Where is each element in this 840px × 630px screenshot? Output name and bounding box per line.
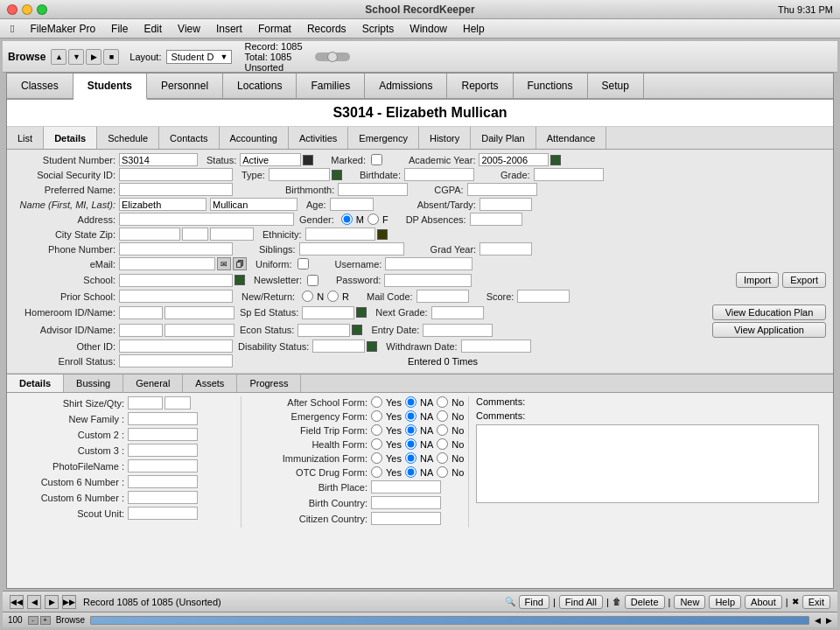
toolbar-icon-2[interactable]: ▼ xyxy=(68,49,84,65)
nav-last-button[interactable]: ▶▶ xyxy=(62,595,76,609)
dp-absences-input[interactable] xyxy=(470,213,522,226)
new-radio[interactable] xyxy=(302,290,313,302)
cgpa-input[interactable] xyxy=(467,183,537,196)
view-ed-plan-button[interactable]: View Education Plan xyxy=(712,304,826,320)
email-input[interactable] xyxy=(119,257,215,270)
exit-button[interactable]: Exit xyxy=(802,595,830,609)
gender-female-radio[interactable] xyxy=(368,214,379,225)
zip-input[interactable] xyxy=(210,228,254,241)
hf-na[interactable] xyxy=(405,438,416,450)
subtab-dailyplan[interactable]: Daily Plan xyxy=(471,127,536,149)
city-input[interactable] xyxy=(119,228,180,241)
school-input[interactable] xyxy=(119,274,233,287)
menu-file[interactable]: File xyxy=(104,21,135,37)
view-application-button[interactable]: View Application xyxy=(712,322,826,338)
toolbar-icon-4[interactable]: ■ xyxy=(103,49,119,65)
birth-place-input[interactable] xyxy=(371,480,441,494)
find-button[interactable]: Find xyxy=(519,595,550,609)
menu-scripts[interactable]: Scripts xyxy=(355,21,402,37)
window-controls[interactable] xyxy=(7,4,47,15)
student-number-input[interactable] xyxy=(119,153,198,166)
layout-dropdown[interactable]: Student D ▼ xyxy=(166,50,232,64)
shirt-size-input[interactable] xyxy=(128,396,163,410)
academic-year-input[interactable] xyxy=(479,153,549,166)
first-name-input[interactable] xyxy=(119,198,206,211)
subtab-emergency[interactable]: Emergency xyxy=(348,127,419,149)
menu-records[interactable]: Records xyxy=(300,21,354,37)
ef-no[interactable] xyxy=(437,410,448,422)
im-no[interactable] xyxy=(437,452,448,464)
scout-input[interactable] xyxy=(128,507,198,520)
disability-input[interactable] xyxy=(312,340,365,353)
age-input[interactable] xyxy=(330,198,374,211)
custom2-input[interactable] xyxy=(128,428,198,441)
slider-icon[interactable] xyxy=(315,52,350,61)
preferred-name-input[interactable] xyxy=(119,183,233,196)
menu-edit[interactable]: Edit xyxy=(136,21,169,37)
username-input[interactable] xyxy=(385,257,472,270)
btab-details[interactable]: Details xyxy=(7,374,64,392)
enroll-status-input[interactable] xyxy=(119,354,233,368)
toolbar-nav-icons[interactable]: ▲ ▼ ▶ ■ xyxy=(51,49,119,65)
hf-yes[interactable] xyxy=(371,438,382,450)
tab-students[interactable]: Students xyxy=(74,74,147,100)
zoom-icons[interactable]: - + xyxy=(28,616,51,625)
im-yes[interactable] xyxy=(371,452,382,464)
econ-status-input[interactable] xyxy=(298,324,350,337)
export-button[interactable]: Export xyxy=(782,272,826,288)
ef-yes[interactable] xyxy=(371,410,382,422)
email-icon-1[interactable]: ✉ xyxy=(217,257,231,270)
homeroom-name-input[interactable] xyxy=(164,306,234,319)
nav-next-button[interactable]: ▶ xyxy=(45,595,59,609)
tab-reports[interactable]: Reports xyxy=(447,74,513,98)
ft-na[interactable] xyxy=(405,424,416,436)
gender-male-radio[interactable] xyxy=(341,214,353,225)
grad-year-input[interactable] xyxy=(480,242,532,256)
tab-functions[interactable]: Functions xyxy=(514,74,588,98)
scroll-left-icon[interactable]: ◀ xyxy=(815,616,821,625)
ssid-input[interactable] xyxy=(119,168,233,181)
zoom-out-icon[interactable]: - xyxy=(28,616,38,625)
custom6-num2-input[interactable] xyxy=(128,491,198,504)
otc-na[interactable] xyxy=(405,466,416,478)
subtab-accounting[interactable]: Accounting xyxy=(220,127,289,149)
import-button[interactable]: Import xyxy=(736,272,779,288)
new-family-input[interactable] xyxy=(128,412,198,425)
score-input[interactable] xyxy=(517,290,570,303)
ethnicity-input[interactable] xyxy=(305,228,375,241)
subtab-attendance[interactable]: Attendance xyxy=(536,127,607,149)
close-button[interactable] xyxy=(7,4,18,15)
otc-no[interactable] xyxy=(437,466,448,478)
tab-admissions[interactable]: Admissions xyxy=(365,74,447,98)
minimize-button[interactable] xyxy=(22,4,32,15)
maximize-button[interactable] xyxy=(37,4,47,15)
comments-textarea[interactable] xyxy=(476,424,819,503)
mail-code-input[interactable] xyxy=(416,290,469,303)
btab-progress[interactable]: Progress xyxy=(237,374,301,392)
next-grade-input[interactable] xyxy=(431,306,484,319)
homeroom-id-input[interactable] xyxy=(119,306,163,319)
new-button[interactable]: New xyxy=(674,595,705,609)
phone-input[interactable] xyxy=(119,242,233,256)
citizen-country-input[interactable] xyxy=(371,512,441,525)
as-na[interactable] xyxy=(405,396,416,408)
im-na[interactable] xyxy=(405,452,416,464)
as-yes[interactable] xyxy=(371,396,382,408)
menu-help[interactable]: Help xyxy=(456,21,492,37)
sp-ed-input[interactable] xyxy=(302,306,354,319)
tab-setup[interactable]: Setup xyxy=(588,74,644,98)
btab-bussing[interactable]: Bussing xyxy=(64,374,123,392)
ft-yes[interactable] xyxy=(371,424,382,436)
menu-view[interactable]: View xyxy=(171,21,207,37)
subtab-details[interactable]: Details xyxy=(44,127,97,149)
withdrawn-date-input[interactable] xyxy=(461,340,531,353)
zoom-in-icon[interactable]: + xyxy=(40,616,51,625)
password-input[interactable] xyxy=(384,274,472,287)
marked-checkbox[interactable] xyxy=(371,154,382,165)
status-input[interactable] xyxy=(240,153,301,166)
scroll-right-icon[interactable]: ▶ xyxy=(826,616,832,625)
shirt-qty-input[interactable] xyxy=(164,396,191,410)
btab-assets[interactable]: Assets xyxy=(183,374,237,392)
custom3-input[interactable] xyxy=(128,444,198,457)
nav-first-button[interactable]: ◀◀ xyxy=(10,595,24,609)
